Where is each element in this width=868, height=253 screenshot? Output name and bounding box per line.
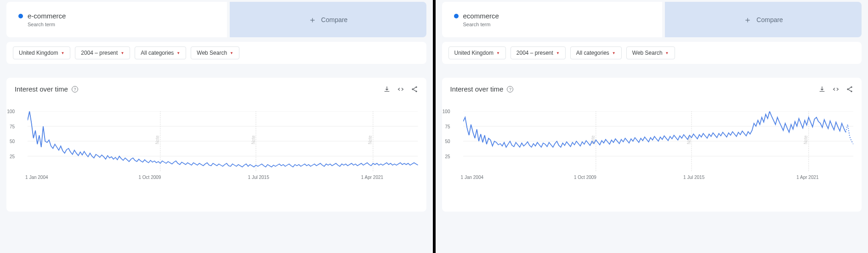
download-icon[interactable] — [818, 86, 826, 93]
chart-plot: NoteNoteNote — [463, 111, 854, 171]
time-filter[interactable]: 2004 – present▼ — [75, 46, 130, 59]
compare-label: Compare — [321, 16, 348, 23]
compare-button[interactable]: ＋ Compare — [665, 2, 862, 37]
region-filter[interactable]: United Kingdom▼ — [13, 46, 70, 59]
trends-panel-right: ecommerce Search term ＋ Compare United K… — [436, 0, 868, 253]
share-icon[interactable] — [846, 86, 853, 93]
download-icon[interactable] — [383, 86, 391, 93]
term-subtitle: Search term — [463, 22, 651, 27]
search-term-card[interactable]: e-commerce Search term — [6, 2, 227, 37]
chart-title: Interest over time — [450, 85, 504, 93]
caret-down-icon: ▼ — [61, 51, 64, 55]
plus-icon: ＋ — [308, 14, 317, 25]
share-icon[interactable] — [411, 86, 418, 93]
trends-panel-left: e-commerce Search term ＋ Compare United … — [0, 0, 433, 253]
chart-card: Interest over time ? 100 75 50 25 NoteN — [6, 78, 426, 212]
filter-bar: United Kingdom▼ 2004 – present▼ All cate… — [6, 42, 426, 64]
category-filter[interactable]: All categories▼ — [135, 46, 186, 59]
term-subtitle: Search term — [28, 22, 215, 27]
term-title: e-commerce — [28, 12, 66, 20]
plus-icon: ＋ — [743, 14, 752, 25]
compare-button[interactable]: ＋ Compare — [230, 2, 426, 37]
compare-label: Compare — [756, 16, 783, 23]
series-dot-icon — [18, 14, 23, 18]
search-type-filter[interactable]: Web Search▼ — [626, 46, 675, 59]
series-dot-icon — [454, 14, 459, 18]
category-filter[interactable]: All categories▼ — [570, 46, 622, 59]
svg-text:Note: Note — [250, 135, 256, 144]
caret-down-icon: ▼ — [176, 51, 180, 55]
embed-icon[interactable] — [397, 86, 404, 93]
time-filter[interactable]: 2004 – present▼ — [511, 46, 566, 59]
filter-bar: United Kingdom▼ 2004 – present▼ All cate… — [442, 42, 862, 64]
region-filter[interactable]: United Kingdom▼ — [448, 46, 506, 59]
help-icon[interactable]: ? — [72, 86, 78, 92]
caret-down-icon: ▼ — [612, 51, 616, 55]
svg-text:Note: Note — [803, 135, 808, 144]
caret-down-icon: ▼ — [665, 51, 669, 55]
chart-title: Interest over time — [15, 85, 68, 93]
svg-text:Note: Note — [368, 135, 373, 144]
caret-down-icon: ▼ — [120, 51, 124, 55]
term-title: ecommerce — [463, 12, 499, 20]
embed-icon[interactable] — [832, 86, 840, 93]
caret-down-icon: ▼ — [496, 51, 500, 55]
caret-down-icon: ▼ — [230, 51, 233, 55]
help-icon[interactable]: ? — [507, 86, 513, 92]
search-term-card[interactable]: ecommerce Search term — [442, 2, 663, 37]
caret-down-icon: ▼ — [556, 51, 560, 55]
search-type-filter[interactable]: Web Search▼ — [191, 46, 239, 59]
chart-card: Interest over time ? 100 75 50 25 NoteN — [442, 78, 862, 212]
svg-text:Note: Note — [155, 135, 160, 144]
chart-plot: NoteNoteNote — [28, 111, 418, 171]
